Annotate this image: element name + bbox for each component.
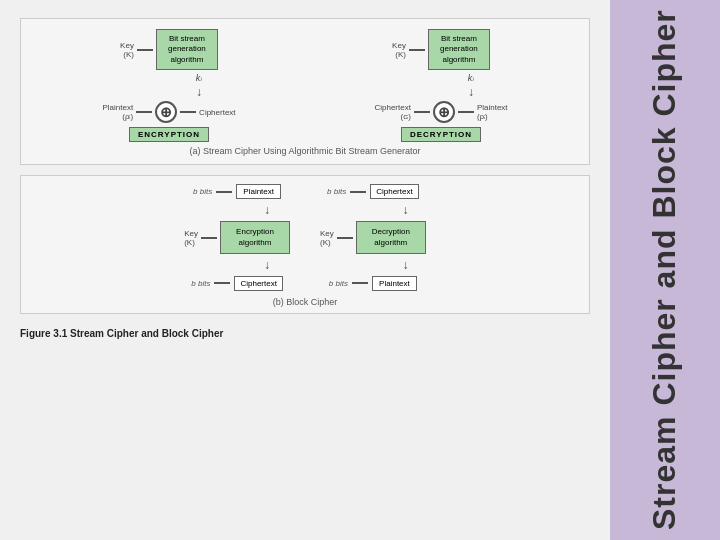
enc-pt-arrow bbox=[136, 111, 152, 113]
block-enc-bottom: b bits Ciphertext bbox=[191, 276, 283, 291]
block-enc-down1: ↓ bbox=[264, 203, 270, 217]
enc-ki-arrow: ↓ bbox=[196, 85, 203, 99]
encryption-unit: Key (K) Bit streamgenerationalgorithm kᵢ… bbox=[102, 29, 235, 142]
main-content: Key (K) Bit streamgenerationalgorithm kᵢ… bbox=[0, 0, 610, 540]
dec-ct-arrow bbox=[414, 111, 430, 113]
block-dec-algo-box: Decryption algorithm bbox=[356, 221, 426, 254]
block-enc-algo-box: Encryption algorithm bbox=[220, 221, 290, 254]
enc-main-row: Plaintext (ρᵢ) ⊕ Ciphertext bbox=[102, 101, 235, 123]
b-bits-line bbox=[216, 191, 232, 193]
decryption-label: DECRYPTION bbox=[401, 127, 481, 142]
block-dec-down2: ↓ bbox=[402, 258, 408, 272]
enc-key-label: Key (K) bbox=[120, 41, 134, 59]
block-dec-unit: b bits Ciphertext ↓ Key (K) Decryption a… bbox=[320, 184, 426, 291]
block-enc-ct-box: Ciphertext bbox=[234, 276, 282, 291]
dec-pt-arrow bbox=[458, 111, 474, 113]
enc-bitstream-box: Bit streamgenerationalgorithm bbox=[156, 29, 218, 70]
block-enc-pt-box: Plaintext bbox=[236, 184, 281, 199]
block-enc-key-line bbox=[201, 237, 217, 239]
block-dec-top: b bits Ciphertext bbox=[327, 184, 419, 199]
dec-xor-circle: ⊕ bbox=[433, 101, 455, 123]
dec-plaintext: Plaintext (ρᵢ) bbox=[477, 103, 508, 121]
block-dec-key-row: Key (K) Decryption algorithm bbox=[320, 221, 426, 254]
dec-bitstream-box: Bit streamgenerationalgorithm bbox=[428, 29, 490, 70]
block-dec-pt-box: Plaintext bbox=[372, 276, 417, 291]
figure-caption: Figure 3.1 Stream Cipher and Block Ciphe… bbox=[20, 328, 590, 339]
block-enc-key-row: Key (K) Encryption algorithm bbox=[184, 221, 290, 254]
block-dec-down1: ↓ bbox=[402, 203, 408, 217]
b-bits-line-br bbox=[352, 282, 368, 284]
block-dec-ct-box: Ciphertext bbox=[370, 184, 418, 199]
b-bits-line-b bbox=[214, 282, 230, 284]
block-cipher-diagram: b bits Plaintext ↓ Key (K) Encryption al… bbox=[33, 184, 577, 291]
dec-key-label: Key (K) bbox=[392, 41, 406, 59]
enc-ct-arrow bbox=[180, 111, 196, 113]
block-dec-key-line bbox=[337, 237, 353, 239]
block-enc-unit: b bits Plaintext ↓ Key (K) Encryption al… bbox=[184, 184, 290, 291]
b-bits-line-r bbox=[350, 191, 366, 193]
enc-xor-circle: ⊕ bbox=[155, 101, 177, 123]
dec-key-arrow bbox=[409, 49, 425, 51]
stream-cipher-section: Key (K) Bit streamgenerationalgorithm kᵢ… bbox=[20, 18, 590, 165]
block-cipher-section: b bits Plaintext ↓ Key (K) Encryption al… bbox=[20, 175, 590, 314]
stream-cipher-diagram: Key (K) Bit streamgenerationalgorithm kᵢ… bbox=[33, 29, 577, 142]
encryption-label: ENCRYPTION bbox=[129, 127, 209, 142]
block-enc-down2: ↓ bbox=[264, 258, 270, 272]
sidebar-title: Stream Cipher and Block Cipher bbox=[647, 10, 682, 531]
block-dec-bottom: b bits Plaintext bbox=[329, 276, 417, 291]
enc-plaintext: Plaintext (ρᵢ) bbox=[102, 103, 133, 121]
decryption-unit: Key (K) Bit streamgenerationalgorithm kᵢ… bbox=[374, 29, 507, 142]
dec-ciphertext: Ciphertext (cᵢ) bbox=[374, 103, 410, 121]
dec-ki-area: kᵢ ↓ bbox=[468, 72, 475, 101]
sidebar: Stream Cipher and Block Cipher bbox=[610, 0, 720, 540]
enc-ciphertext: Ciphertext bbox=[199, 108, 235, 117]
block-enc-top: b bits Plaintext bbox=[193, 184, 281, 199]
enc-ki-area: kᵢ ↓ bbox=[196, 72, 203, 101]
stream-caption: (a) Stream Cipher Using Algorithmic Bit … bbox=[33, 146, 577, 156]
enc-key-arrow bbox=[137, 49, 153, 51]
dec-main-row: Ciphertext (cᵢ) ⊕ Plaintext (ρᵢ) bbox=[374, 101, 507, 123]
block-caption: (b) Block Cipher bbox=[33, 297, 577, 307]
dec-ki-arrow: ↓ bbox=[468, 85, 475, 99]
